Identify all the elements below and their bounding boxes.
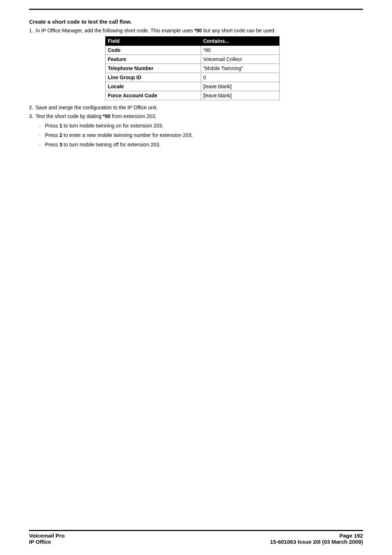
step-1-text-post: but any short code can be used. <box>202 28 275 33</box>
step-3-code: *90 <box>103 113 110 119</box>
table-cell-field: Force Account Code <box>106 91 201 100</box>
table-cell-value: "Mobile Twinning" <box>201 64 279 73</box>
table-row: Locale [leave blank] <box>106 82 279 91</box>
list-item: ·Press 3 to turn mobile twining off for … <box>39 142 363 147</box>
step-3-number: 3. <box>29 113 36 119</box>
footer-left-product: Voicemail Pro <box>29 532 65 539</box>
table-cell-field: Line Group ID <box>106 73 201 82</box>
sub-bullet-list: ·Press 1 to turn mobile twinning on for … <box>39 123 363 147</box>
table-header-row: Field Contains... <box>106 37 279 46</box>
step-1-code: *90 <box>194 28 202 33</box>
bullet-text-pre: Press <box>45 142 60 147</box>
step-1-number: 1. <box>29 28 36 33</box>
footer-left-platform: IP Office <box>29 539 51 545</box>
table-header-contains: Contains... <box>201 37 279 46</box>
footer-right-issue: 15-601063 Issue 20l (03 March 2009) <box>270 539 363 545</box>
footer-right-page: Page 192 <box>339 532 363 539</box>
bullet-text-pre: Press <box>45 123 60 129</box>
step-2: 2.Save and merge the configuration to th… <box>29 105 363 110</box>
table-header-field: Field <box>106 37 201 46</box>
step-2-text: Save and merge the configuration to the … <box>36 105 158 110</box>
short-code-table-wrap: Field Contains... Code *90 Feature Voice… <box>105 36 363 100</box>
table-cell-field: Telephone Number <box>106 64 201 73</box>
bullet-text-post: to enter a new mobile twinning number fo… <box>62 132 193 138</box>
page-footer: Voicemail Pro Page 192 IP Office 15-6010… <box>29 530 363 545</box>
table-row: Force Account Code [leave blank] <box>106 91 279 100</box>
table-row: Telephone Number "Mobile Twinning" <box>106 64 279 73</box>
list-item: ·Press 1 to turn mobile twinning on for … <box>39 123 363 129</box>
bullet-text-post: to turn mobile twinning on for extension… <box>62 123 163 129</box>
table-cell-value: 0 <box>201 73 279 82</box>
footer-row-1: Voicemail Pro Page 192 <box>29 532 363 539</box>
bullet-dot-icon: · <box>39 132 45 138</box>
bullet-text-post: to turn mobile twining off for extension… <box>62 142 160 147</box>
step-3-text-pre: Test the short code by dialing <box>36 113 103 119</box>
content-area: Create a short code to test the call flo… <box>29 9 363 151</box>
bullet-dot-icon: · <box>39 123 45 129</box>
table-cell-value: [leave blank] <box>201 82 279 91</box>
table-cell-value: Voicemail Collect <box>201 55 279 64</box>
top-horizontal-rule <box>29 9 363 10</box>
table-cell-field: Code <box>106 46 201 55</box>
table-row: Code *90 <box>106 46 279 55</box>
footer-horizontal-rule <box>29 530 363 531</box>
step-3-text-post: from extension 203. <box>110 113 156 119</box>
section-heading: Create a short code to test the call flo… <box>29 19 363 25</box>
step-1-text-pre: In IP Office Manager, add the following … <box>36 28 194 33</box>
footer-row-2: IP Office 15-601063 Issue 20l (03 March … <box>29 539 363 545</box>
bullet-text-pre: Press <box>45 132 60 138</box>
table-cell-field: Feature <box>106 55 201 64</box>
step-2-number: 2. <box>29 105 36 110</box>
bullet-dot-icon: · <box>39 142 45 147</box>
list-item: ·Press 2 to enter a new mobile twinning … <box>39 132 363 138</box>
table-cell-field: Locale <box>106 82 201 91</box>
step-1: 1.In IP Office Manager, add the followin… <box>29 28 363 33</box>
short-code-table: Field Contains... Code *90 Feature Voice… <box>105 36 279 100</box>
step-3: 3.Test the short code by dialing *90 fro… <box>29 113 363 119</box>
table-row: Feature Voicemail Collect <box>106 55 279 64</box>
table-cell-value: *90 <box>201 46 279 55</box>
table-cell-value: [leave blank] <box>201 91 279 100</box>
table-row: Line Group ID 0 <box>106 73 279 82</box>
page: Create a short code to test the call flo… <box>0 0 392 555</box>
